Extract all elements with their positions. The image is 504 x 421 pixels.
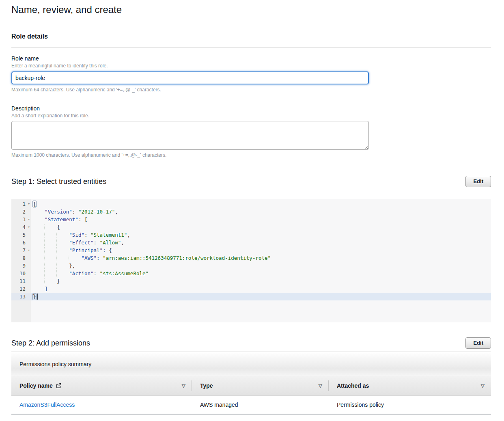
permissions-table: Policy name▽Type▽Attached as▽ AmazonS3Fu… bbox=[11, 376, 491, 415]
attached-as-cell: Permissions policy bbox=[329, 395, 491, 414]
edit-trusted-entities-button[interactable]: Edit bbox=[465, 176, 491, 187]
editor-code-line: ] bbox=[31, 285, 491, 293]
editor-line-number: 7▾ bbox=[11, 246, 31, 254]
role-name-label: Role name bbox=[11, 55, 491, 62]
fold-arrow-icon[interactable]: ▾ bbox=[28, 200, 30, 208]
column-header-policy-name: Policy name▽ bbox=[11, 376, 192, 395]
column-header-type: Type▽ bbox=[192, 376, 329, 395]
editor-code-line: } bbox=[31, 277, 491, 285]
fold-arrow-icon[interactable]: ▾ bbox=[28, 223, 30, 231]
column-header-attached-as: Attached as▽ bbox=[329, 376, 491, 395]
description-textarea[interactable] bbox=[11, 121, 369, 150]
editor-line-number: 10 bbox=[11, 270, 31, 277]
filter-dropdown-icon[interactable]: ▽ bbox=[319, 383, 322, 389]
page: Name, review, and create Role details Ro… bbox=[0, 0, 504, 421]
column-header-label: Attached as bbox=[337, 382, 369, 389]
editor-line-number: 4▾ bbox=[11, 223, 31, 231]
step2-header-row: Step 2: Add permissions Edit bbox=[11, 337, 491, 349]
policy-name-link[interactable]: AmazonS3FullAccess bbox=[19, 402, 75, 408]
policy-type-cell: AWS managed bbox=[192, 395, 329, 414]
editor-code-line: "Principal": { bbox=[31, 246, 491, 254]
filter-dropdown-icon[interactable]: ▽ bbox=[481, 383, 485, 389]
permissions-policy-panel: Permissions policy summary Policy name▽T… bbox=[11, 352, 491, 415]
perm-table-header-row: Policy name▽Type▽Attached as▽ bbox=[11, 376, 491, 395]
description-hint: Add a short explanation for this role. bbox=[11, 113, 491, 119]
editor-code-line: }, bbox=[31, 262, 491, 270]
editor-line-number: 13 bbox=[11, 293, 31, 300]
editor-code-line: "Version": "2012-10-17", bbox=[31, 208, 491, 216]
step1-header-row: Step 1: Select trusted entities Edit bbox=[11, 176, 491, 187]
external-link-icon bbox=[56, 383, 62, 389]
role-name-hint: Enter a meaningful name to identify this… bbox=[11, 63, 491, 69]
editor-line-number: 12 bbox=[11, 285, 31, 293]
editor-gutter: 1▾23▾4▾567▾8910111213 bbox=[11, 199, 31, 322]
column-header-label: Type bbox=[200, 382, 213, 389]
step1-heading: Step 1: Select trusted entities bbox=[11, 177, 106, 186]
editor-line-number: 6 bbox=[11, 239, 31, 246]
editor-line-number: 9 bbox=[11, 262, 31, 270]
text-cursor bbox=[37, 294, 38, 300]
editor-code-line: "Effect": "Allow", bbox=[31, 239, 491, 246]
editor-code-line: { bbox=[31, 200, 491, 208]
editor-code-line: "Sid": "Statement1", bbox=[31, 231, 491, 239]
editor-code-line: "AWS": "arn:aws:iam::541263489771:role/w… bbox=[31, 254, 491, 262]
editor-line-number: 8 bbox=[11, 254, 31, 262]
fold-arrow-icon[interactable]: ▾ bbox=[28, 246, 30, 254]
editor-line-number: 2 bbox=[11, 208, 31, 216]
editor-code: { "Version": "2012-10-17", "Statement": … bbox=[31, 199, 491, 322]
policy-json-editor[interactable]: 1▾23▾4▾567▾8910111213 { "Version": "2012… bbox=[11, 199, 491, 322]
perm-table-body: AmazonS3FullAccessAWS managedPermissions… bbox=[11, 395, 491, 414]
editor-code-line: "Statement": [ bbox=[31, 216, 491, 223]
fold-arrow-icon[interactable]: ▾ bbox=[28, 216, 30, 223]
editor-line-number: 3▾ bbox=[11, 216, 31, 223]
description-label: Description bbox=[11, 105, 491, 112]
editor-line-number: 11 bbox=[11, 277, 31, 285]
table-row: AmazonS3FullAccessAWS managedPermissions… bbox=[11, 395, 491, 414]
role-name-input[interactable] bbox=[11, 71, 369, 84]
description-helper: Maximum 1000 characters. Use alphanumeri… bbox=[11, 152, 491, 158]
editor-code-line: "Action": "sts:AssumeRole" bbox=[31, 270, 491, 277]
role-details-heading: Role details bbox=[11, 32, 491, 40]
edit-permissions-button[interactable]: Edit bbox=[465, 337, 491, 349]
policy-name-cell: AmazonS3FullAccess bbox=[11, 395, 192, 414]
editor-line-number: 5 bbox=[11, 231, 31, 239]
step2-heading: Step 2: Add permissions bbox=[11, 339, 90, 348]
divider bbox=[11, 47, 491, 48]
editor-code-line: } bbox=[31, 293, 491, 300]
column-header-label: Policy name bbox=[19, 382, 53, 389]
page-title: Name, review, and create bbox=[11, 4, 491, 15]
editor-code-line: { bbox=[31, 223, 491, 231]
permissions-panel-title: Permissions policy summary bbox=[11, 352, 491, 376]
editor-line-number: 1▾ bbox=[11, 200, 31, 208]
filter-dropdown-icon[interactable]: ▽ bbox=[182, 383, 185, 389]
role-name-helper: Maximum 64 characters. Use alphanumeric … bbox=[11, 87, 491, 93]
